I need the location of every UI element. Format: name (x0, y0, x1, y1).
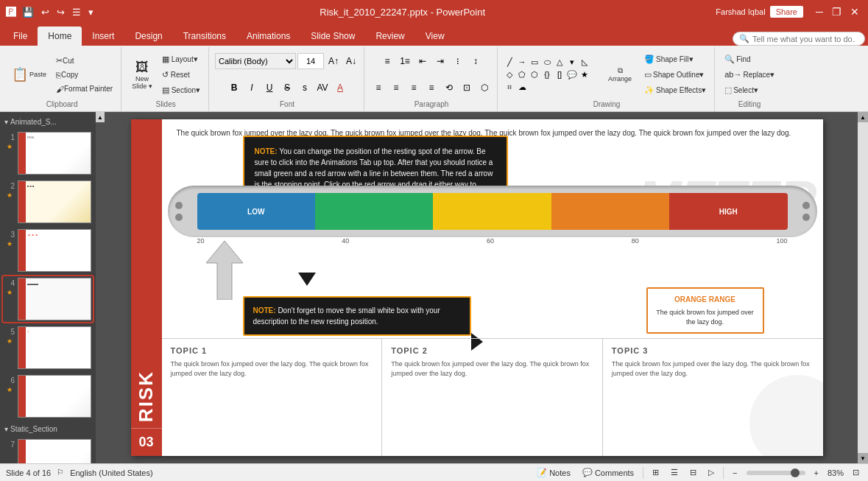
select-button[interactable]: ⬚ Select▾ (721, 83, 778, 97)
font-family-select[interactable]: Calibri (Body) (215, 53, 296, 69)
slide-thumb-4[interactable]: 4 ★ ▬▬▬ (3, 276, 93, 322)
arrange-button[interactable]: ⧉ Arrange (604, 63, 636, 85)
shape-brace[interactable]: {} (541, 69, 553, 80)
orange-range-box[interactable]: ORANGE RANGE The quick brown fox jumped … (646, 287, 764, 334)
shape-bracket[interactable]: [] (554, 69, 565, 80)
shape-rt-tri[interactable]: ◺ (579, 56, 590, 68)
slide-img-2[interactable]: ■ ■ ■ (18, 180, 91, 223)
zoom-out-button[interactable]: − (730, 468, 740, 477)
align-right-button[interactable]: ≡ (406, 80, 422, 96)
find-button[interactable]: 🔍 Find (721, 52, 778, 66)
tab-home[interactable]: Home (38, 27, 82, 46)
comments-button[interactable]: 💬 Comments (579, 468, 637, 477)
shape-outline-button[interactable]: ▭ Shape Outline▾ (641, 68, 710, 82)
share-button[interactable]: Share (770, 6, 803, 18)
replace-button[interactable]: ab→ Replace▾ (721, 68, 778, 82)
shape-fill-button[interactable]: 🪣 Shape Fill▾ (641, 52, 710, 66)
shape-tri[interactable]: △ (554, 56, 565, 68)
shape-oval[interactable]: ⬭ (541, 56, 553, 68)
smart-art-button[interactable]: ⬡ (476, 80, 493, 96)
slide-img-1[interactable]: RISK (18, 132, 91, 175)
text-direction-button[interactable]: ⟲ (441, 80, 457, 96)
align-text-button[interactable]: ⊡ (459, 80, 475, 96)
shape-callout[interactable]: 💬 (566, 69, 578, 80)
shape-arrow[interactable]: → (516, 56, 528, 68)
scroll-down-arrow[interactable]: ▼ (858, 453, 868, 463)
slide-img-5[interactable]: ? (18, 326, 91, 369)
close-button[interactable]: ✕ (847, 4, 862, 19)
tab-design[interactable]: Design (124, 27, 172, 46)
tab-slideshow[interactable]: Slide Show (300, 27, 365, 46)
increase-font-button[interactable]: A↑ (325, 53, 342, 69)
slide-thumb-3[interactable]: 3 ★ 🔺🔺🔺 (3, 228, 93, 273)
underline-button[interactable]: U (261, 80, 278, 96)
slide-thumb-5[interactable]: 5 ★ ? (3, 325, 93, 371)
strikethrough-button[interactable]: S (279, 80, 295, 96)
slide-img-7[interactable] (18, 439, 91, 463)
tab-file[interactable]: File (3, 27, 38, 46)
arrow-pointer[interactable] (206, 241, 243, 302)
slide-img-3[interactable]: 🔺🔺🔺 (18, 229, 91, 272)
italic-button[interactable]: I (244, 80, 260, 96)
customize-qat-button[interactable]: ▾ (87, 7, 95, 18)
slide-img-4[interactable]: ▬▬▬ (18, 278, 91, 320)
shape-pentagon[interactable]: ⬠ (516, 69, 528, 80)
notes-button[interactable]: 📝 Notes (534, 468, 574, 477)
minimize-button[interactable]: ─ (812, 4, 827, 19)
tab-transitions[interactable]: Transitions (173, 27, 236, 46)
numbering-button[interactable]: 1≡ (397, 53, 413, 69)
slide-thumb-1[interactable]: 1 ★ RISK (3, 130, 93, 176)
align-center-button[interactable]: ≡ (388, 80, 404, 96)
section-button[interactable]: ▤ Section▾ (158, 83, 204, 97)
slide-canvas[interactable]: RISK 03 The quick brown fox jumped over … (131, 119, 823, 456)
tell-me-input[interactable] (752, 35, 855, 43)
shape-more[interactable]: ▾ (566, 56, 578, 68)
right-scrollbar[interactable]: ▲ ▼ (858, 112, 868, 463)
reset-button[interactable]: ↺ Reset (158, 68, 204, 82)
columns-button[interactable]: ⫶ (450, 53, 466, 69)
slide-thumb-7[interactable]: 7 ★ (3, 438, 93, 463)
decrease-font-button[interactable]: A↓ (343, 53, 359, 69)
slide-sorter-button[interactable]: ⊟ (687, 468, 699, 477)
slide-thumb-6[interactable]: 6 ★ (3, 373, 93, 419)
shape-line[interactable]: ╱ (504, 56, 515, 68)
shape-rect[interactable]: ▭ (529, 56, 540, 68)
tell-me-input-area[interactable]: 🔍 (733, 32, 865, 46)
shape-effects-button[interactable]: ✨ Shape Effects▾ (641, 83, 710, 97)
zoom-slider[interactable] (747, 471, 805, 475)
note-box-2[interactable]: NOTE: Don't forget to move the small whi… (243, 296, 471, 336)
justify-button[interactable]: ≡ (423, 80, 440, 96)
tab-insert[interactable]: Insert (82, 27, 124, 46)
bold-button[interactable]: B (226, 80, 242, 96)
risk-meter[interactable]: LOW HIGH 20 40 (168, 186, 817, 267)
slide-thumb-2[interactable]: 2 ★ ■ ■ ■ (3, 179, 93, 225)
copy-button[interactable]: ⎘ Copy (52, 69, 116, 82)
shape-hexagon[interactable]: ⬡ (529, 69, 540, 80)
zoom-thumb[interactable] (791, 468, 800, 477)
normal-view-button[interactable]: ⊞ (649, 468, 662, 477)
slides-scroll-up[interactable]: ▲ (96, 112, 105, 122)
decrease-indent-button[interactable]: ⇤ (414, 53, 431, 69)
format-painter-button[interactable]: 🖌 Format Painter (52, 82, 116, 96)
restore-button[interactable]: ❐ (830, 4, 844, 19)
increase-indent-button[interactable]: ⇥ (432, 53, 448, 69)
bullets-button[interactable]: ≡ (379, 53, 395, 69)
shadow-button[interactable]: s (297, 80, 313, 96)
line-spacing-button[interactable]: ↕ (467, 53, 484, 69)
shape-diamond[interactable]: ◇ (504, 69, 515, 80)
new-slide-button[interactable]: 🖼 New Slide ▾ (127, 57, 157, 93)
shape-scroll[interactable]: ⌗ (504, 81, 515, 93)
align-left-button[interactable]: ≡ (370, 80, 387, 96)
tab-review[interactable]: Review (365, 27, 414, 46)
font-color-button[interactable]: A (332, 80, 348, 96)
paste-button[interactable]: 📋 Paste (7, 63, 51, 85)
shape-cloud[interactable]: ☁ (516, 81, 528, 93)
layout-button[interactable]: ▦ Layout▾ (158, 52, 204, 66)
fit-slide-button[interactable]: ⊡ (850, 468, 862, 477)
slide-img-6[interactable] (18, 375, 91, 418)
tab-animations[interactable]: Animations (236, 27, 300, 46)
save-qat-button[interactable]: 💾 (21, 7, 35, 18)
shape-star[interactable]: ★ (579, 69, 590, 80)
undo-qat-button[interactable]: ↩ (40, 7, 51, 18)
char-spacing-button[interactable]: AV (314, 80, 331, 96)
